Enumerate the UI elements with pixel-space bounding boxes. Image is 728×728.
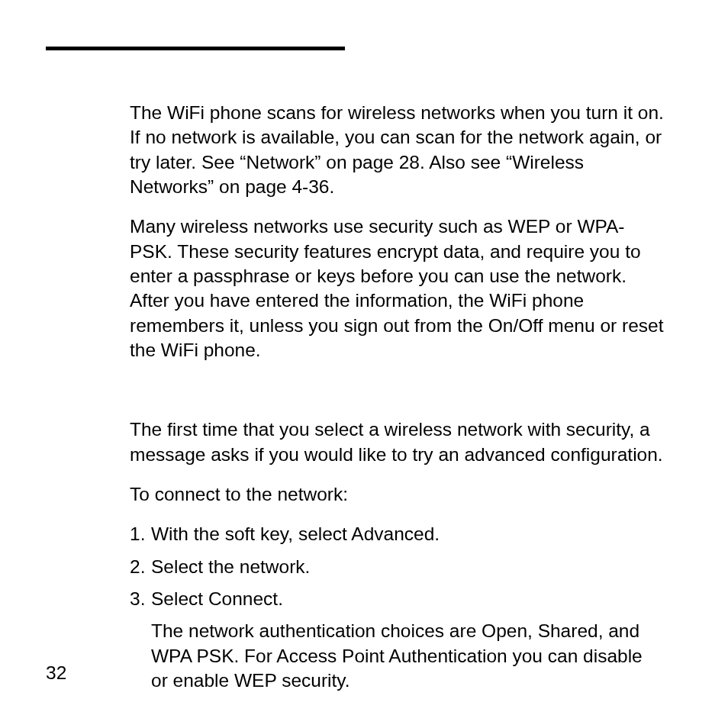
document-page: The WiFi phone scans for wireless networ… (0, 0, 728, 728)
header-rule (46, 47, 345, 50)
step-number: 1. (130, 522, 151, 546)
step-3-description: The network authentication choices are O… (151, 619, 664, 693)
paragraph-3: The first time that you select a wireles… (130, 417, 664, 467)
body-content: The WiFi phone scans for wireless networ… (130, 101, 664, 712)
step-text: Select the network. (151, 555, 664, 579)
paragraph-1: The WiFi phone scans for wireless networ… (130, 101, 664, 199)
step-number: 3. (130, 587, 151, 611)
step-1: 1. With the soft key, select Advanced. (130, 522, 664, 546)
step-2: 2. Select the network. (130, 555, 664, 579)
paragraph-4: To connect to the network: (130, 482, 664, 507)
paragraph-2: Many wireless networks use security such… (130, 214, 664, 362)
step-3: 3. Select Connect. (130, 587, 664, 611)
step-text: With the soft key, select Advanced. (151, 522, 664, 546)
ordered-steps: 1. With the soft key, select Advanced. 2… (130, 522, 664, 693)
step-number: 2. (130, 555, 151, 579)
step-text: Select Connect. (151, 587, 664, 611)
section-gap (130, 378, 664, 417)
page-number: 32 (46, 662, 66, 684)
